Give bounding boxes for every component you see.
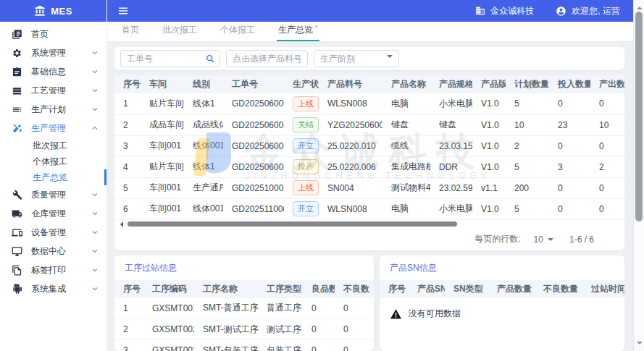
sidebar-subitem-production-overview[interactable]: 生产总览 — [0, 169, 106, 185]
cell-order-no: GD2025060001 — [223, 93, 284, 114]
cell-seq: 6 — [114, 198, 141, 219]
user-menu[interactable]: 欢迎您, 运营 — [556, 5, 620, 17]
order-row[interactable]: 5 车间001 生产通用 GD2025100001 上线 SN004 测试物料4… — [114, 177, 624, 198]
search-icon[interactable] — [205, 54, 215, 64]
cell-line: 线体1 — [184, 93, 223, 114]
tab-individual-report[interactable]: 个体报工 — [219, 20, 256, 41]
column-header: 计划数量 — [506, 75, 549, 93]
cell-product-name: 电脑 — [382, 93, 430, 114]
close-icon[interactable]: × — [314, 23, 318, 30]
product-part-input[interactable] — [226, 50, 308, 67]
sidebar-item-production-plan[interactable]: 生产计划 — [0, 100, 106, 119]
sn-table: 序号产品SNSN类型产品数量不良数量过站时间 — [380, 280, 624, 298]
chevron-down-icon — [91, 105, 99, 114]
cell-seq: 2 — [114, 114, 141, 135]
hscroll-thumb[interactable] — [127, 221, 457, 227]
tab-batch-report[interactable]: 批次报工 — [161, 20, 198, 41]
cell-status: 投产 — [284, 156, 319, 177]
sidebar-item-process-mgmt[interactable]: 工艺管理 — [0, 81, 106, 100]
sidebar-item-label: 首页 — [31, 28, 99, 41]
wrench-icon — [12, 190, 22, 200]
sidebar-item-system-mgmt[interactable]: 系统管理 — [0, 43, 106, 62]
horizontal-scrollbar[interactable] — [114, 220, 624, 229]
sidebar-item-label: 数据中心 — [31, 245, 91, 258]
column-header: 投入数量 — [549, 75, 590, 93]
process-table: 序号工序编码工序名称工序类型良品数不良数 1 GXSMT001 SMT-普通工序 — [114, 280, 374, 351]
process-row[interactable]: 3 GXSMT003 SMT-包装工序 包装工序 0 0 — [114, 340, 374, 351]
production-stage-select[interactable]: 生产阶别 — [314, 50, 399, 67]
tab-home[interactable]: 首页 — [120, 20, 141, 41]
cell-part-no: WLSN008 — [319, 93, 382, 114]
cell-status: 上线 — [284, 177, 319, 198]
sidebar-item-system-integration[interactable]: 系统集成 — [0, 279, 106, 298]
bank-icon — [34, 5, 46, 17]
sidebar-item-base-info[interactable]: 基础信息 — [0, 62, 106, 81]
cell-version: V1.0 — [472, 135, 506, 156]
cell-spec: 小米电脑 — [430, 198, 472, 219]
sn-empty-state: 没有可用数据 — [380, 298, 624, 329]
scroll-up-icon[interactable] — [637, 4, 643, 9]
cell-input-qty: 0 — [549, 93, 590, 114]
company-menu[interactable]: 金众诚科技 — [475, 5, 534, 17]
process-panel: 工序过站信息 序号工序编码工序名称工序类型良品数不良数 1 — [114, 255, 374, 351]
orders-table: 序号车间线别工单号生产状态产品料号产品名称产品规格产品版本计划数量投入数量产出数… — [114, 75, 624, 220]
cell-plan-qty: 2 — [506, 135, 549, 156]
cell-workshop: 车间001 — [141, 135, 184, 156]
sidebar-item-warehouse-mgmt[interactable]: 仓库管理 — [0, 204, 106, 223]
menu-toggle-button[interactable] — [117, 5, 129, 17]
sidebar-subitem-batch-report[interactable]: 批次报工 — [0, 138, 106, 153]
cell-product-name: 集成电路板 — [382, 156, 430, 177]
vertical-scrollbar[interactable] — [633, 0, 644, 351]
cell-order-no: GD2025060002 — [223, 114, 284, 135]
vscroll-thumb[interactable] — [635, 12, 643, 221]
sidebar-item-home[interactable]: 首页 — [0, 25, 106, 43]
user-icon — [556, 6, 566, 17]
column-header: 工序类型 — [258, 280, 303, 298]
scroll-down-icon[interactable] — [637, 342, 643, 347]
toc-icon — [12, 104, 22, 115]
sidebar-item-label: 质量管理 — [31, 189, 91, 201]
sidebar-item-label-print[interactable]: 标签打印 — [0, 261, 106, 279]
cell-workshop: 贴片车间 — [141, 93, 184, 114]
process-row[interactable]: 1 GXSMT001 SMT-普通工序 普通工序 0 0 — [114, 298, 374, 319]
column-header: 过站时间 — [582, 280, 624, 298]
cell-name: SMT-测试工序 — [194, 319, 258, 340]
cell-status: 上线 — [284, 93, 319, 114]
cell-output-qty: 10 — [590, 114, 624, 135]
cell-type: 测试工序 — [258, 319, 303, 340]
cell-order-no: GD2025060003 — [223, 135, 284, 156]
column-header: 生产状态 — [284, 75, 319, 93]
sidebar-item-production-mgmt[interactable]: 生产管理 — [0, 119, 106, 138]
sidebar-item-label: 标签打印 — [31, 264, 91, 276]
scroll-left-icon[interactable] — [117, 221, 123, 227]
sidebar-item-equipment-mgmt[interactable]: 设备管理 — [0, 223, 106, 242]
cell-part-no: YZG2025060007 — [319, 114, 382, 135]
sidebar-item-data-center[interactable]: 数据中心 — [0, 242, 106, 261]
cell-workshop: 贴片车间 — [141, 156, 184, 177]
topbar: 金众诚科技 欢迎您, 运营 — [107, 0, 633, 22]
cell-input-qty: 0 — [549, 177, 590, 198]
cell-status: 关结 — [284, 114, 319, 135]
process-row[interactable]: 2 GXSMT002 SMT-测试工序 测试工序 0 0 — [114, 319, 374, 340]
order-row[interactable]: 3 车间001 线体001 GD2025060003 开立 25.0220.01… — [114, 135, 624, 156]
cell-workshop: 车间001 — [141, 198, 184, 219]
sidebar-subitem-label: 批次报工 — [33, 140, 67, 152]
sidebar-item-quality-mgmt[interactable]: 质量管理 — [0, 185, 106, 204]
order-row[interactable]: 2 成品车间 成品线体2 GD2025060002 关结 YZG20250600… — [114, 114, 624, 135]
column-header: 序号 — [114, 280, 143, 298]
orders-table-card: 序号车间线别工单号生产状态产品料号产品名称产品规格产品版本计划数量投入数量产出数… — [114, 75, 624, 250]
order-row[interactable]: 1 贴片车间 线体1 GD2025060001 上线 WLSN008 电脑 小米… — [114, 93, 624, 114]
rows-per-page-select[interactable]: 10 — [534, 234, 553, 245]
cell-good: 0 — [303, 319, 335, 340]
tab-production-overview[interactable]: 生产总览× — [277, 20, 319, 41]
pagination: 每页的行数: 10 1-6 / 6 — [114, 229, 624, 250]
order-row[interactable]: 4 贴片车间 线体1 GD2025060004 投产 25.0220.006 集… — [114, 156, 624, 177]
cell-bad: 0 — [335, 298, 374, 319]
docs-icon — [12, 29, 22, 40]
cell-good: 0 — [303, 340, 335, 351]
sidebar-subitem-label: 个体报工 — [33, 156, 67, 168]
order-row[interactable]: 6 车间001 线体001 GD2025110001 开立 WLSN008 电脑… — [114, 198, 624, 219]
status-badge: 上线 — [293, 180, 319, 195]
cell-version: V1.0 — [472, 93, 506, 114]
sidebar-subitem-individual-report[interactable]: 个体报工 — [0, 153, 106, 169]
